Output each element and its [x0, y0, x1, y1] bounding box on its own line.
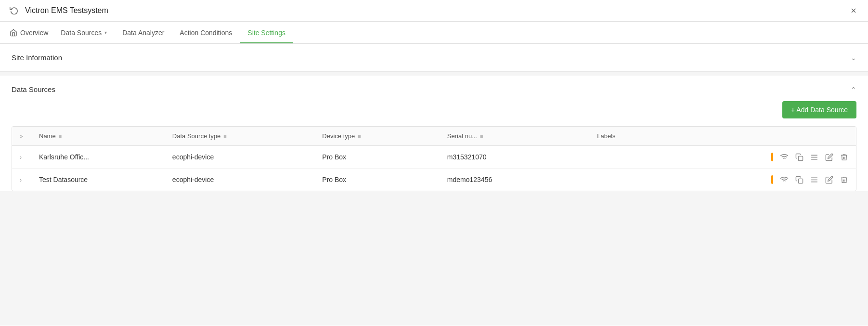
row2-labels [589, 169, 689, 191]
row2-edit-icon[interactable] [825, 176, 833, 184]
th-datasource-type: Data Source type ≡ [165, 127, 314, 146]
row2-delete-icon[interactable] [840, 176, 848, 184]
data-sources-section: Data Sources ⌃ + Add Data Source » N [0, 76, 868, 191]
close-button[interactable] [849, 6, 858, 15]
row1-status-indicator [771, 153, 773, 161]
data-sources-title: Data Sources [12, 85, 55, 93]
table-row: › Test Datasource ecophi-device Pro Box … [12, 169, 856, 191]
add-button-row: + Add Data Source [0, 101, 868, 126]
nav-item-data-sources[interactable]: Data Sources ▾ [53, 22, 115, 43]
nav-data-sources-label: Data Sources [61, 29, 102, 37]
row1-delete-icon[interactable] [840, 153, 848, 161]
row2-device-type: Pro Box [314, 169, 440, 191]
site-info-collapse-icon[interactable]: ⌄ [851, 54, 856, 62]
row2-name: Test Datasource [31, 169, 165, 191]
data-sources-table: » Name ≡ Data Source type ≡ [12, 127, 856, 191]
navigation: Overview Data Sources ▾ Data Analyzer Ac… [0, 22, 868, 44]
site-information-title: Site Information [12, 53, 62, 62]
nav-data-analyzer-label: Data Analyzer [122, 29, 164, 37]
th-labels: Labels [589, 127, 689, 146]
data-sources-collapse-icon[interactable]: ⌃ [851, 86, 856, 93]
row1-name: Karlsruhe Offic... [31, 146, 165, 169]
main-content: Site Information ⌄ Data Sources ⌃ + Add … [0, 44, 868, 326]
th-actions [689, 127, 856, 146]
row1-settings-icon[interactable] [810, 153, 818, 161]
refresh-icon[interactable] [10, 6, 19, 15]
title-bar: Victron EMS Testsystem [0, 0, 868, 22]
table-header-row: » Name ≡ Data Source type ≡ [12, 127, 856, 146]
table-row: › Karlsruhe Offic... ecophi-device Pro B… [12, 146, 856, 169]
row2-datasource-type: ecophi-device [165, 169, 314, 191]
row1-wifi-icon[interactable] [780, 153, 789, 161]
th-serial: Serial nu... ≡ [440, 127, 589, 146]
svg-rect-8 [798, 179, 803, 183]
home-icon [10, 29, 17, 37]
nav-item-action-conditions[interactable]: Action Conditions [172, 22, 240, 43]
row2-expand-icon[interactable]: › [20, 177, 22, 183]
row2-wifi-icon[interactable] [780, 175, 789, 184]
device-type-filter-icon[interactable]: ≡ [358, 133, 361, 139]
data-sources-table-container: » Name ≡ Data Source type ≡ [12, 126, 856, 191]
row1-copy-icon[interactable] [795, 153, 803, 161]
row1-datasource-type: ecophi-device [165, 146, 314, 169]
nav-item-data-analyzer[interactable]: Data Analyzer [115, 22, 172, 43]
chevron-down-icon: ▾ [104, 30, 107, 35]
row1-actions [689, 146, 856, 169]
nav-site-settings-label: Site Settings [247, 29, 285, 37]
row1-labels [589, 146, 689, 169]
row1-expand-icon[interactable]: › [20, 154, 22, 161]
add-data-source-button[interactable]: + Add Data Source [782, 101, 856, 118]
nav-item-site-settings[interactable]: Site Settings [240, 22, 293, 43]
row1-expand-cell: › [12, 146, 31, 169]
nav-action-conditions-label: Action Conditions [180, 29, 232, 37]
nav-item-overview[interactable]: Overview [10, 22, 53, 43]
row1-device-type: Pro Box [314, 146, 440, 169]
row2-status-indicator [771, 175, 773, 184]
nav-overview-label: Overview [20, 29, 48, 37]
app-title: Victron EMS Testsystem [25, 6, 849, 15]
site-information-section: Site Information ⌄ [0, 44, 868, 72]
row2-settings-icon[interactable] [810, 176, 818, 184]
th-device-type: Device type ≡ [314, 127, 440, 146]
serial-filter-icon[interactable]: ≡ [480, 133, 483, 139]
site-information-header[interactable]: Site Information ⌄ [0, 44, 868, 71]
th-name: Name ≡ [31, 127, 165, 146]
th-expand: » [12, 127, 31, 146]
row2-actions [689, 169, 856, 191]
row2-copy-icon[interactable] [795, 176, 803, 184]
svg-rect-3 [798, 156, 803, 160]
row2-serial: mdemo123456 [440, 169, 589, 191]
data-sources-header: Data Sources ⌃ [0, 76, 868, 101]
row1-edit-icon[interactable] [825, 153, 833, 161]
name-filter-icon[interactable]: ≡ [59, 133, 62, 139]
datasource-type-filter-icon[interactable]: ≡ [223, 133, 226, 139]
row1-serial: m315321070 [440, 146, 589, 169]
expand-all-icon[interactable]: » [20, 133, 23, 140]
row2-expand-cell: › [12, 169, 31, 191]
